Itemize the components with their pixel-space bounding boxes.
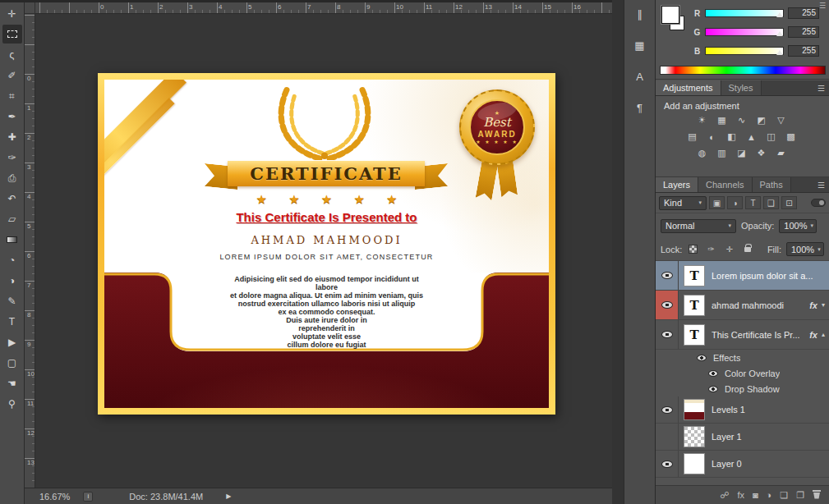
channel-slider[interactable] bbox=[705, 9, 784, 17]
brush-tool[interactable]: ✑ bbox=[2, 148, 22, 167]
layer-thumbnail[interactable]: T bbox=[684, 265, 705, 286]
layer-row[interactable]: Layer 1 bbox=[656, 424, 829, 451]
adjustment-curves-icon[interactable]: ∿ bbox=[733, 113, 750, 127]
delete-layer-icon[interactable] bbox=[813, 490, 821, 501]
fx-chevron[interactable]: ▴ bbox=[822, 331, 825, 338]
dodge-tool[interactable]: ◑ bbox=[2, 271, 22, 290]
adjustment-photo-filter-icon[interactable]: ▲ bbox=[743, 130, 760, 144]
tab-channels[interactable]: Channels bbox=[698, 177, 752, 192]
fx-chevron[interactable]: ▾ bbox=[822, 301, 825, 309]
lasso-tool[interactable]: ς bbox=[2, 45, 22, 64]
gradient-tool[interactable] bbox=[2, 230, 22, 249]
visibility-toggle[interactable] bbox=[656, 261, 679, 290]
adjustments-panel-menu-icon[interactable]: ☰ bbox=[817, 84, 825, 93]
visibility-toggle[interactable] bbox=[656, 396, 679, 423]
filter-pixel-layers-icon[interactable]: ▣ bbox=[709, 196, 725, 209]
layer-row[interactable]: Drop Shadow bbox=[656, 381, 829, 396]
fx-icon[interactable]: fx bbox=[809, 300, 817, 310]
channel-value-field[interactable]: 255 bbox=[788, 26, 819, 38]
info-panel-icon[interactable]: ▦ bbox=[630, 36, 650, 54]
rectangular-marquee-tool[interactable] bbox=[2, 25, 22, 44]
adjustment-color-lookup-icon[interactable]: ▩ bbox=[782, 130, 799, 144]
filter-toggle-switch[interactable] bbox=[811, 199, 826, 207]
filter-type-layers-icon[interactable]: T bbox=[745, 196, 761, 209]
adjustment-channel-mixer-icon[interactable]: ◫ bbox=[762, 130, 780, 144]
new-group-icon[interactable]: ❏ bbox=[780, 490, 788, 501]
paragraph-panel-icon[interactable]: ¶ bbox=[630, 99, 650, 117]
history-brush-tool[interactable]: ↶ bbox=[2, 189, 22, 208]
layer-thumbnail[interactable] bbox=[684, 399, 705, 420]
adjustment-hue-saturation-icon[interactable]: ▤ bbox=[684, 130, 701, 144]
expand-dock-icon[interactable]: ∥ bbox=[630, 5, 650, 23]
slider-handle[interactable] bbox=[776, 31, 783, 36]
adjustment-invert-icon[interactable]: ◍ bbox=[693, 146, 711, 160]
visibility-toggle[interactable] bbox=[656, 320, 679, 349]
visibility-toggle[interactable] bbox=[656, 451, 679, 477]
color-panel-menu-icon[interactable]: ☰ bbox=[819, 2, 826, 10]
canvas-area[interactable]: CERTIFICATE ★ ★ ★ ★ ★ This Certificate I… bbox=[35, 14, 612, 488]
filter-adjustment-layers-icon[interactable]: ◑ bbox=[727, 196, 743, 209]
tab-styles[interactable]: Styles bbox=[721, 80, 762, 95]
panel-foreground-swatch[interactable] bbox=[661, 6, 679, 24]
filter-shape-layers-icon[interactable]: ❑ bbox=[763, 196, 779, 209]
fill-select[interactable]: 100% ▾ bbox=[786, 242, 824, 256]
quick-selection-tool[interactable]: ✐ bbox=[2, 66, 22, 85]
layer-row[interactable]: TLorem ipsum dolor sit a... bbox=[656, 261, 829, 291]
slider-handle[interactable] bbox=[776, 12, 783, 17]
visibility-toggle[interactable] bbox=[656, 291, 679, 319]
layer-thumbnail[interactable]: T bbox=[684, 295, 705, 316]
layers-panel-menu-icon[interactable]: ☰ bbox=[817, 181, 825, 190]
status-info-icon[interactable]: i bbox=[83, 492, 93, 502]
tab-paths[interactable]: Paths bbox=[753, 177, 791, 192]
lock-all-icon[interactable] bbox=[741, 244, 753, 255]
vertical-ruler[interactable]: 012345678910111213 bbox=[25, 14, 35, 488]
blur-tool[interactable]: ◔ bbox=[2, 250, 22, 269]
layer-row[interactable]: Tahmad mahmoodifx▾ bbox=[656, 291, 829, 320]
status-flyout-arrow[interactable]: ▶ bbox=[226, 493, 231, 500]
fx-icon[interactable]: fx bbox=[809, 330, 817, 340]
new-adjustment-layer-icon[interactable]: ◑ bbox=[767, 490, 772, 500]
layer-style-icon[interactable]: fx bbox=[737, 490, 744, 500]
adjustment-black-white-icon[interactable]: ◧ bbox=[723, 130, 740, 144]
adjustment-gradient-map-icon[interactable]: ▰ bbox=[772, 146, 790, 160]
adjustment-levels-icon[interactable]: ▦ bbox=[713, 113, 730, 127]
adjustment-selective-color-icon[interactable]: ❖ bbox=[753, 146, 770, 160]
type-tool[interactable]: T bbox=[2, 312, 22, 331]
pen-tool[interactable]: ✎ bbox=[2, 291, 22, 310]
layer-thumbnail[interactable] bbox=[684, 453, 705, 474]
layer-row[interactable]: Layer 0 bbox=[656, 451, 829, 478]
tab-layers[interactable]: Layers bbox=[656, 177, 698, 192]
clone-stamp-tool[interactable]: ⎙ bbox=[2, 168, 22, 187]
layer-thumbnail[interactable] bbox=[684, 426, 705, 447]
slider-handle[interactable] bbox=[776, 50, 783, 55]
visibility-toggle[interactable] bbox=[656, 424, 679, 450]
channel-value-field[interactable]: 255 bbox=[788, 7, 819, 19]
new-layer-icon[interactable]: ❐ bbox=[796, 490, 804, 501]
layer-row[interactable]: Color Overlay bbox=[656, 365, 829, 381]
opacity-select[interactable]: 100% ▾ bbox=[779, 219, 817, 233]
channel-slider[interactable] bbox=[705, 28, 784, 36]
adjustment-exposure-icon[interactable]: ◩ bbox=[753, 113, 770, 127]
spot-healing-brush-tool[interactable]: ✚ bbox=[2, 127, 22, 146]
channel-slider[interactable] bbox=[705, 47, 784, 55]
link-layers-icon[interactable]: ☍ bbox=[720, 490, 729, 501]
layer-row[interactable]: Levels 1 bbox=[656, 396, 829, 424]
crop-tool[interactable]: ⌗ bbox=[2, 86, 22, 105]
lock-pixels-icon[interactable]: ✑ bbox=[705, 244, 717, 255]
kind-filter-select[interactable]: Kind ▾ bbox=[659, 196, 707, 210]
channel-value-field[interactable]: 255 bbox=[788, 45, 819, 57]
rectangle-tool[interactable]: ▢ bbox=[2, 353, 22, 372]
blend-mode-select[interactable]: Normal ▾ bbox=[661, 219, 736, 233]
add-layer-mask-icon[interactable]: ◙ bbox=[753, 490, 758, 500]
lock-position-icon[interactable]: ✛ bbox=[723, 244, 735, 255]
adjustment-color-balance-icon[interactable]: ◐ bbox=[703, 130, 721, 144]
adjustment-vibrance-icon[interactable]: ▽ bbox=[772, 113, 790, 127]
horizontal-ruler[interactable]: 012345678910111213141516 bbox=[35, 2, 612, 14]
eyedropper-tool[interactable]: ✒ bbox=[2, 107, 22, 126]
certificate-document[interactable]: CERTIFICATE ★ ★ ★ ★ ★ This Certificate I… bbox=[98, 73, 555, 415]
layer-row[interactable]: TThis Certificate Is Pr...fx▴ bbox=[656, 320, 829, 350]
tab-adjustments[interactable]: Adjustments bbox=[656, 80, 721, 95]
eraser-tool[interactable]: ▱ bbox=[2, 209, 22, 228]
adjustment-brightness-contrast-icon[interactable]: ☀ bbox=[693, 113, 711, 127]
layer-thumbnail[interactable]: T bbox=[684, 324, 705, 346]
